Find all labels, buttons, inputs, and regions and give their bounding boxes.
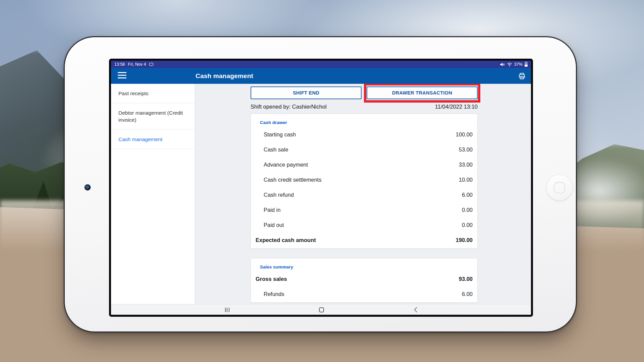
status-date: Fri, Nov 4 xyxy=(128,62,146,67)
tablet-screen: 13:58 Fri, Nov 4 xyxy=(109,59,533,317)
back-icon[interactable] xyxy=(406,304,426,315)
table-row-total: Gross sales93.00 xyxy=(256,272,473,287)
table-row: Refunds6.00 xyxy=(256,287,473,302)
scene: 13:58 Fri, Nov 4 xyxy=(0,0,644,362)
tablet-device: 13:58 Fri, Nov 4 xyxy=(64,36,577,333)
app-bar: Cash management xyxy=(111,68,531,84)
home-button[interactable] xyxy=(546,175,573,201)
shift-opened-by: Shift opened by: CashierNichol xyxy=(251,104,327,110)
print-icon[interactable] xyxy=(517,71,527,81)
table-row: Cash credit settlements10.00 xyxy=(256,172,473,187)
sidebar-item-cash-management[interactable]: Cash management xyxy=(111,130,195,149)
cash-drawer-card: Cash drawer Starting cash100.00 Cash sal… xyxy=(251,114,478,249)
android-nav-bar xyxy=(111,304,531,315)
home-button-square-icon xyxy=(554,182,565,193)
table-row: Cash sale53.00 xyxy=(256,142,473,157)
table-row: Paid out0.00 xyxy=(256,218,473,233)
shift-info: Shift opened by: CashierNichol 11/04/202… xyxy=(251,104,478,110)
table-row: Cash refund6.00 xyxy=(256,187,473,202)
battery-icon xyxy=(525,62,528,67)
card-title: Cash drawer xyxy=(260,120,473,125)
sidebar-item-past-receipts[interactable]: Past receipts xyxy=(111,84,195,103)
page-title: Cash management xyxy=(196,68,253,84)
camera-icon xyxy=(85,184,91,190)
home-icon[interactable] xyxy=(311,304,331,315)
main-panel: SHIFT END DRAWER TRANSACTION Shift opene… xyxy=(195,84,531,304)
status-time: 13:58 xyxy=(114,62,125,67)
battery-percent: 37% xyxy=(514,62,523,67)
sidebar-item-debtor-management[interactable]: Debtor management (Credit invoice) xyxy=(111,103,195,130)
table-row: Advance payment33.00 xyxy=(256,157,473,172)
shift-end-button[interactable]: SHIFT END xyxy=(251,86,362,99)
table-row: Paid in0.00 xyxy=(256,202,473,218)
table-row: Starting cash100.00 xyxy=(256,127,473,142)
status-bar: 13:58 Fri, Nov 4 xyxy=(111,61,531,68)
sales-summary-card: Sales summary Gross sales93.00 Refunds6.… xyxy=(251,258,478,303)
shift-opened-at: 11/04/2022 13:10 xyxy=(435,104,478,110)
app-window: 13:58 Fri, Nov 4 xyxy=(111,61,531,315)
menu-icon[interactable] xyxy=(118,72,126,79)
recents-icon[interactable] xyxy=(217,304,237,315)
drawer-transaction-button[interactable]: DRAWER TRANSACTION xyxy=(367,86,478,99)
sidebar: Past receipts Debtor management (Credit … xyxy=(111,84,195,304)
notification-chip-icon xyxy=(149,63,154,66)
mute-icon xyxy=(500,62,505,67)
table-row-total: Expected cash amount190.00 xyxy=(256,233,473,248)
content-area: Past receipts Debtor management (Credit … xyxy=(111,84,531,304)
wifi-icon xyxy=(507,62,512,67)
card-title: Sales summary xyxy=(260,264,473,269)
